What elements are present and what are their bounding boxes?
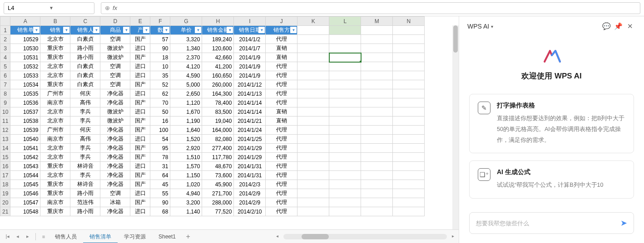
cell[interactable]: 国产 <box>130 126 150 135</box>
cell[interactable]: 重庆市 <box>40 80 70 89</box>
cell[interactable] <box>393 198 425 207</box>
sheet-tab[interactable]: 销售清单 <box>83 230 118 243</box>
cell[interactable] <box>393 44 425 53</box>
hscroll-left-icon[interactable]: ◂ <box>276 233 278 238</box>
cell[interactable]: 10542 <box>10 153 40 162</box>
cell[interactable]: 北京市 <box>40 71 70 80</box>
cell[interactable]: 净化器 <box>100 153 130 162</box>
cell[interactable] <box>297 162 329 171</box>
row-header[interactable]: 9 <box>0 98 10 107</box>
cell-grid[interactable]: ABCDEFGHIJKLMN1销售单▼销售▼销售人▼商品▼产▼数▼单价▼销售金额… <box>0 16 425 216</box>
cell[interactable]: 国产 <box>130 198 150 207</box>
cell[interactable]: 68 <box>150 207 170 216</box>
cell[interactable]: 直销 <box>266 117 297 126</box>
filter-dropdown-icon[interactable]: ▼ <box>63 27 69 33</box>
row-header[interactable]: 15 <box>0 153 10 162</box>
cell[interactable] <box>361 62 393 71</box>
cell[interactable] <box>361 80 393 89</box>
cell[interactable]: 10529 <box>10 35 40 44</box>
cell[interactable]: 李兵 <box>70 107 100 117</box>
cell[interactable]: 国产 <box>130 80 150 89</box>
cell[interactable] <box>393 53 425 62</box>
cell[interactable]: 净化器 <box>100 144 130 153</box>
cell[interactable]: 广州市 <box>40 89 70 98</box>
filter-header[interactable]: 销售单▼ <box>10 26 40 35</box>
cell[interactable] <box>393 107 425 117</box>
col-header-G[interactable]: G <box>170 17 202 26</box>
cell[interactable]: 净化器 <box>100 89 130 98</box>
cell[interactable]: 117,780 <box>202 153 234 162</box>
chevron-down-icon[interactable]: ▼ <box>49 5 90 10</box>
cell[interactable]: 10538 <box>10 117 40 126</box>
cell[interactable] <box>329 80 361 89</box>
cell[interactable]: 4,590 <box>170 71 202 80</box>
row-header[interactable]: 2 <box>0 35 10 44</box>
cell[interactable]: 路小雨 <box>70 207 100 216</box>
filter-header[interactable]: 销售▼ <box>40 26 70 35</box>
col-header-J[interactable]: J <box>266 17 297 26</box>
cell[interactable]: 代理 <box>266 171 297 180</box>
cell[interactable]: 1,670 <box>170 107 202 117</box>
filter-header[interactable]: 销售金额▼ <box>202 26 234 35</box>
cell[interactable] <box>329 89 361 98</box>
cell[interactable]: 10535 <box>10 89 40 98</box>
col-header-C[interactable]: C <box>70 17 100 26</box>
filter-dropdown-icon[interactable]: ▼ <box>33 27 40 33</box>
cell[interactable] <box>329 153 361 162</box>
cell[interactable]: 净化器 <box>100 162 130 171</box>
close-icon[interactable]: ✕ <box>624 22 636 30</box>
cell[interactable] <box>329 162 361 171</box>
cell[interactable]: 代理 <box>266 207 297 216</box>
cell[interactable] <box>393 80 425 89</box>
cell[interactable]: 空调 <box>100 71 130 80</box>
cell[interactable]: 1,520 <box>170 135 202 144</box>
cell[interactable]: 64 <box>150 171 170 180</box>
cell[interactable]: 净化器 <box>100 171 130 180</box>
cell[interactable]: 54 <box>150 135 170 144</box>
cell[interactable]: 160,650 <box>202 71 234 80</box>
cell[interactable] <box>329 62 361 71</box>
cell[interactable]: 10545 <box>10 180 40 189</box>
cell[interactable] <box>329 35 361 44</box>
cell[interactable]: 直销 <box>266 44 297 53</box>
cell[interactable]: 国产 <box>130 144 150 153</box>
cell[interactable] <box>329 117 361 126</box>
tab-next-icon[interactable]: ▸ <box>23 232 33 242</box>
cell[interactable]: 国产 <box>130 171 150 180</box>
cell[interactable] <box>393 62 425 71</box>
cell[interactable]: 2014/1/7 <box>234 44 266 53</box>
cell[interactable]: 代理 <box>266 180 297 189</box>
cell[interactable]: 国产 <box>130 98 150 107</box>
cell[interactable]: 31 <box>150 162 170 171</box>
cell[interactable] <box>393 117 425 126</box>
col-header-H[interactable]: H <box>202 17 234 26</box>
cell[interactable]: 2014/1/2 <box>234 35 266 44</box>
cell[interactable]: 代理 <box>266 189 297 198</box>
filter-dropdown-icon[interactable]: ▼ <box>258 27 265 33</box>
cell[interactable]: 北京市 <box>40 153 70 162</box>
col-header-B[interactable]: B <box>40 17 70 26</box>
row-header[interactable]: 10 <box>0 107 10 117</box>
row-header[interactable]: 8 <box>0 89 10 98</box>
cell[interactable]: 2014/1/21 <box>234 117 266 126</box>
cell[interactable] <box>361 107 393 117</box>
cell[interactable] <box>329 180 361 189</box>
formula-input[interactable] <box>121 5 636 11</box>
cell[interactable]: 路小雨 <box>70 44 100 53</box>
cell[interactable]: 2,650 <box>170 89 202 98</box>
cell[interactable]: 重庆市 <box>40 53 70 62</box>
cell[interactable] <box>329 207 361 216</box>
filter-header[interactable]: 商品▼ <box>100 26 130 35</box>
cell[interactable]: 空调 <box>100 35 130 44</box>
cell[interactable]: 10534 <box>10 80 40 89</box>
filter-dropdown-icon[interactable]: ▼ <box>123 27 129 33</box>
cell[interactable]: 2014/2/9 <box>234 198 266 207</box>
cell[interactable]: 李兵 <box>70 144 100 153</box>
cell[interactable]: 2014/1/12 <box>234 80 266 89</box>
row-header[interactable]: 18 <box>0 180 10 189</box>
cell[interactable] <box>393 98 425 107</box>
cell[interactable]: 16 <box>150 117 170 126</box>
cell[interactable]: 北京市 <box>40 62 70 71</box>
cell[interactable]: 南京市 <box>40 98 70 107</box>
cell[interactable]: 重庆市 <box>40 180 70 189</box>
